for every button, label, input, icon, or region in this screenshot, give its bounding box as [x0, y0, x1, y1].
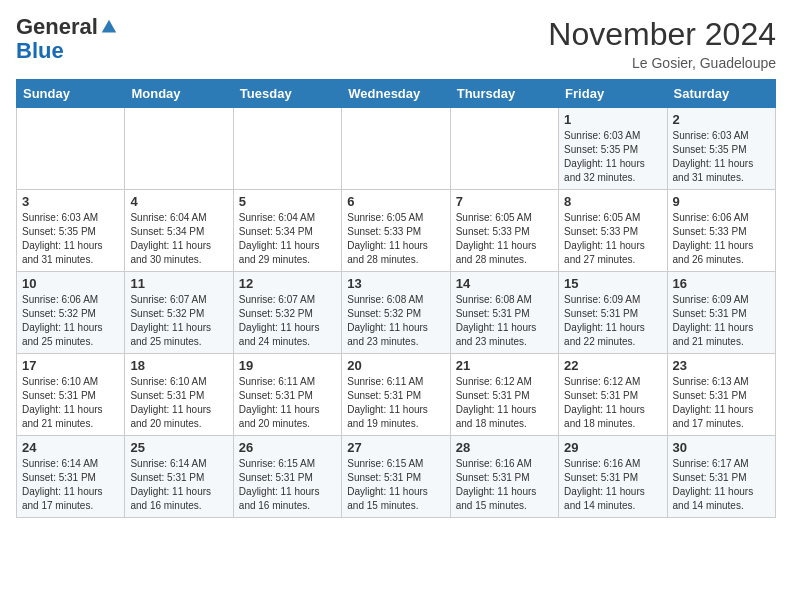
day-number: 13: [347, 276, 444, 291]
day-number: 25: [130, 440, 227, 455]
calendar-cell: 4Sunrise: 6:04 AM Sunset: 5:34 PM Daylig…: [125, 190, 233, 272]
calendar-cell: 27Sunrise: 6:15 AM Sunset: 5:31 PM Dayli…: [342, 436, 450, 518]
logo-blue-text: Blue: [16, 38, 64, 63]
day-info: Sunrise: 6:03 AM Sunset: 5:35 PM Dayligh…: [673, 129, 770, 185]
day-number: 18: [130, 358, 227, 373]
calendar-cell: [342, 108, 450, 190]
day-number: 16: [673, 276, 770, 291]
calendar-cell: 22Sunrise: 6:12 AM Sunset: 5:31 PM Dayli…: [559, 354, 667, 436]
day-number: 11: [130, 276, 227, 291]
day-info: Sunrise: 6:12 AM Sunset: 5:31 PM Dayligh…: [456, 375, 553, 431]
calendar-cell: 12Sunrise: 6:07 AM Sunset: 5:32 PM Dayli…: [233, 272, 341, 354]
calendar-cell: 11Sunrise: 6:07 AM Sunset: 5:32 PM Dayli…: [125, 272, 233, 354]
calendar-cell: 14Sunrise: 6:08 AM Sunset: 5:31 PM Dayli…: [450, 272, 558, 354]
calendar-cell: 25Sunrise: 6:14 AM Sunset: 5:31 PM Dayli…: [125, 436, 233, 518]
calendar-cell: [233, 108, 341, 190]
calendar-cell: 28Sunrise: 6:16 AM Sunset: 5:31 PM Dayli…: [450, 436, 558, 518]
calendar-cell: 2Sunrise: 6:03 AM Sunset: 5:35 PM Daylig…: [667, 108, 775, 190]
week-row-3: 10Sunrise: 6:06 AM Sunset: 5:32 PM Dayli…: [17, 272, 776, 354]
calendar-cell: 9Sunrise: 6:06 AM Sunset: 5:33 PM Daylig…: [667, 190, 775, 272]
day-info: Sunrise: 6:15 AM Sunset: 5:31 PM Dayligh…: [239, 457, 336, 513]
calendar-cell: 1Sunrise: 6:03 AM Sunset: 5:35 PM Daylig…: [559, 108, 667, 190]
day-number: 28: [456, 440, 553, 455]
calendar-cell: 24Sunrise: 6:14 AM Sunset: 5:31 PM Dayli…: [17, 436, 125, 518]
day-number: 4: [130, 194, 227, 209]
calendar-cell: 15Sunrise: 6:09 AM Sunset: 5:31 PM Dayli…: [559, 272, 667, 354]
day-info: Sunrise: 6:14 AM Sunset: 5:31 PM Dayligh…: [22, 457, 119, 513]
location: Le Gosier, Guadeloupe: [548, 55, 776, 71]
day-info: Sunrise: 6:08 AM Sunset: 5:31 PM Dayligh…: [456, 293, 553, 349]
day-info: Sunrise: 6:13 AM Sunset: 5:31 PM Dayligh…: [673, 375, 770, 431]
day-number: 12: [239, 276, 336, 291]
day-info: Sunrise: 6:15 AM Sunset: 5:31 PM Dayligh…: [347, 457, 444, 513]
day-info: Sunrise: 6:07 AM Sunset: 5:32 PM Dayligh…: [239, 293, 336, 349]
week-row-1: 1Sunrise: 6:03 AM Sunset: 5:35 PM Daylig…: [17, 108, 776, 190]
week-row-4: 17Sunrise: 6:10 AM Sunset: 5:31 PM Dayli…: [17, 354, 776, 436]
day-number: 6: [347, 194, 444, 209]
logo-general-text: General: [16, 16, 98, 38]
day-number: 20: [347, 358, 444, 373]
calendar-cell: 16Sunrise: 6:09 AM Sunset: 5:31 PM Dayli…: [667, 272, 775, 354]
day-number: 2: [673, 112, 770, 127]
weekday-header-row: SundayMondayTuesdayWednesdayThursdayFrid…: [17, 80, 776, 108]
calendar-cell: 18Sunrise: 6:10 AM Sunset: 5:31 PM Dayli…: [125, 354, 233, 436]
day-info: Sunrise: 6:04 AM Sunset: 5:34 PM Dayligh…: [130, 211, 227, 267]
day-number: 8: [564, 194, 661, 209]
day-info: Sunrise: 6:03 AM Sunset: 5:35 PM Dayligh…: [564, 129, 661, 185]
day-info: Sunrise: 6:05 AM Sunset: 5:33 PM Dayligh…: [456, 211, 553, 267]
day-info: Sunrise: 6:03 AM Sunset: 5:35 PM Dayligh…: [22, 211, 119, 267]
day-info: Sunrise: 6:12 AM Sunset: 5:31 PM Dayligh…: [564, 375, 661, 431]
day-info: Sunrise: 6:16 AM Sunset: 5:31 PM Dayligh…: [456, 457, 553, 513]
calendar-cell: 17Sunrise: 6:10 AM Sunset: 5:31 PM Dayli…: [17, 354, 125, 436]
logo-icon: [100, 18, 118, 36]
day-info: Sunrise: 6:10 AM Sunset: 5:31 PM Dayligh…: [22, 375, 119, 431]
week-row-5: 24Sunrise: 6:14 AM Sunset: 5:31 PM Dayli…: [17, 436, 776, 518]
calendar-cell: 5Sunrise: 6:04 AM Sunset: 5:34 PM Daylig…: [233, 190, 341, 272]
day-number: 24: [22, 440, 119, 455]
week-row-2: 3Sunrise: 6:03 AM Sunset: 5:35 PM Daylig…: [17, 190, 776, 272]
calendar-cell: 21Sunrise: 6:12 AM Sunset: 5:31 PM Dayli…: [450, 354, 558, 436]
day-number: 15: [564, 276, 661, 291]
calendar-cell: 3Sunrise: 6:03 AM Sunset: 5:35 PM Daylig…: [17, 190, 125, 272]
day-number: 17: [22, 358, 119, 373]
day-info: Sunrise: 6:14 AM Sunset: 5:31 PM Dayligh…: [130, 457, 227, 513]
day-info: Sunrise: 6:06 AM Sunset: 5:32 PM Dayligh…: [22, 293, 119, 349]
calendar-cell: [450, 108, 558, 190]
day-info: Sunrise: 6:05 AM Sunset: 5:33 PM Dayligh…: [347, 211, 444, 267]
weekday-header-thursday: Thursday: [450, 80, 558, 108]
calendar-cell: 29Sunrise: 6:16 AM Sunset: 5:31 PM Dayli…: [559, 436, 667, 518]
calendar-cell: 19Sunrise: 6:11 AM Sunset: 5:31 PM Dayli…: [233, 354, 341, 436]
day-number: 10: [22, 276, 119, 291]
weekday-header-monday: Monday: [125, 80, 233, 108]
calendar-cell: 6Sunrise: 6:05 AM Sunset: 5:33 PM Daylig…: [342, 190, 450, 272]
day-number: 26: [239, 440, 336, 455]
day-info: Sunrise: 6:06 AM Sunset: 5:33 PM Dayligh…: [673, 211, 770, 267]
day-number: 29: [564, 440, 661, 455]
day-info: Sunrise: 6:04 AM Sunset: 5:34 PM Dayligh…: [239, 211, 336, 267]
day-info: Sunrise: 6:07 AM Sunset: 5:32 PM Dayligh…: [130, 293, 227, 349]
title-block: November 2024 Le Gosier, Guadeloupe: [548, 16, 776, 71]
calendar-cell: 23Sunrise: 6:13 AM Sunset: 5:31 PM Dayli…: [667, 354, 775, 436]
day-number: 1: [564, 112, 661, 127]
day-number: 5: [239, 194, 336, 209]
day-number: 23: [673, 358, 770, 373]
day-info: Sunrise: 6:17 AM Sunset: 5:31 PM Dayligh…: [673, 457, 770, 513]
page-header: General Blue November 2024 Le Gosier, Gu…: [16, 16, 776, 71]
calendar-cell: [125, 108, 233, 190]
weekday-header-wednesday: Wednesday: [342, 80, 450, 108]
svg-marker-0: [102, 20, 116, 33]
day-number: 9: [673, 194, 770, 209]
weekday-header-sunday: Sunday: [17, 80, 125, 108]
day-info: Sunrise: 6:05 AM Sunset: 5:33 PM Dayligh…: [564, 211, 661, 267]
day-info: Sunrise: 6:16 AM Sunset: 5:31 PM Dayligh…: [564, 457, 661, 513]
calendar-cell: 7Sunrise: 6:05 AM Sunset: 5:33 PM Daylig…: [450, 190, 558, 272]
day-number: 21: [456, 358, 553, 373]
day-info: Sunrise: 6:09 AM Sunset: 5:31 PM Dayligh…: [564, 293, 661, 349]
weekday-header-saturday: Saturday: [667, 80, 775, 108]
day-number: 14: [456, 276, 553, 291]
day-info: Sunrise: 6:08 AM Sunset: 5:32 PM Dayligh…: [347, 293, 444, 349]
weekday-header-friday: Friday: [559, 80, 667, 108]
logo: General Blue: [16, 16, 118, 64]
calendar-cell: 13Sunrise: 6:08 AM Sunset: 5:32 PM Dayli…: [342, 272, 450, 354]
day-number: 30: [673, 440, 770, 455]
